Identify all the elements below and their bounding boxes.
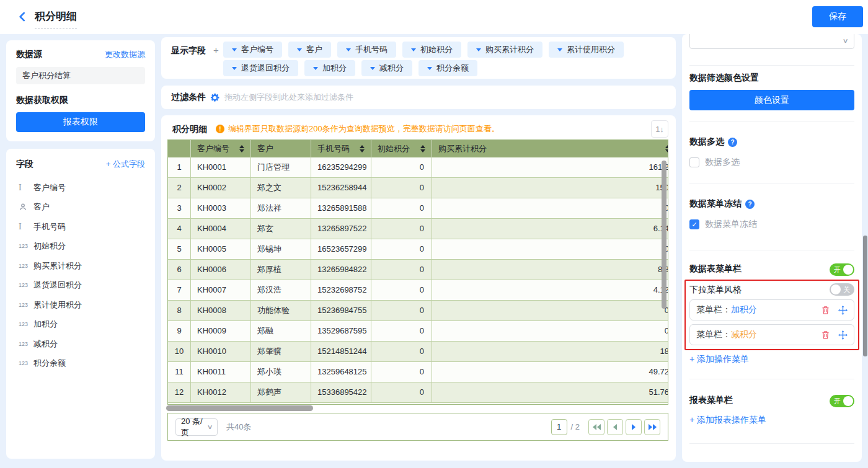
data-table: 客户编号 客户 手机号码 初始积分 购买累计积分 1KH0001门店管理1623… [167, 139, 668, 405]
column-header[interactable]: 客户 [251, 140, 311, 157]
freeze-menu-title: 数据菜单冻结? [689, 198, 755, 210]
trash-icon[interactable] [821, 330, 830, 340]
chevron-down-icon [297, 48, 302, 51]
table-menubar-toggle[interactable]: 开 [830, 263, 854, 276]
field-item[interactable]: 123购买累计积分 [6, 256, 155, 276]
field-chip[interactable]: 积分余额 [418, 60, 477, 76]
add-report-action-menu-link[interactable]: + 添加报表操作菜单 [689, 415, 766, 426]
field-chip[interactable]: 初始积分 [402, 42, 461, 58]
field-chip[interactable]: 客户编号 [223, 42, 282, 58]
field-item[interactable]: 123初始积分 [6, 237, 155, 257]
table-row: 7KH0007郑汉浩1523269875204.12 [168, 280, 668, 301]
datasource-card: 数据源 更改数据源 客户积分结算 数据获取权限 报表权限 [6, 40, 155, 141]
color-settings-button[interactable]: 颜色设置 [689, 90, 854, 110]
page-input[interactable]: 1 [551, 419, 567, 435]
help-icon[interactable]: ? [745, 200, 755, 209]
sort-icon[interactable] [420, 145, 425, 152]
filter-bar: 过滤条件 拖动左侧字段到此处来添加过滤条件 [161, 86, 676, 109]
last-page-button[interactable] [644, 419, 660, 435]
table-horizontal-scrollbar[interactable] [166, 405, 313, 411]
chevron-down-icon [346, 48, 351, 51]
gear-icon[interactable] [210, 93, 219, 102]
move-icon[interactable] [838, 330, 848, 340]
add-action-menu-link[interactable]: + 添加操作菜单 [689, 354, 749, 365]
field-item[interactable]: 123积分余额 [6, 354, 155, 374]
settings-select[interactable]: ∨ [689, 34, 854, 49]
report-permission-button[interactable]: 报表权限 [16, 112, 145, 132]
table-row: 4KH0004郑玄1326589752206.14 [168, 219, 668, 239]
trash-icon[interactable] [821, 306, 830, 315]
filter-dropzone-placeholder[interactable]: 拖动左侧字段到此处来添加过滤条件 [224, 92, 353, 103]
toggle-knob [831, 285, 841, 294]
field-chip[interactable]: 购买累计积分 [467, 42, 542, 58]
page-of-label: / 2 [571, 422, 580, 431]
back-icon[interactable] [16, 11, 29, 23]
column-header[interactable]: 客户编号 [191, 140, 251, 157]
report-menubar-toggle[interactable]: 开 [830, 395, 854, 407]
checkbox-unchecked[interactable] [689, 157, 699, 167]
table-row: 9KH0009郑融1352968759500 [168, 321, 668, 342]
help-icon[interactable]: ? [728, 138, 737, 147]
add-display-field-icon[interactable]: + [213, 45, 219, 55]
column-header[interactable]: 初始积分 [371, 140, 432, 157]
next-page-button[interactable] [626, 419, 642, 435]
menubar-item[interactable]: 菜单栏： 加积分 [689, 299, 854, 320]
number-field-icon: 123 [19, 282, 33, 288]
add-formula-field-link[interactable]: + 公式字段 [106, 159, 145, 170]
warning-icon: ! [216, 125, 224, 133]
table-row: 11KH0011郑小瑛13259648125049.72 [168, 362, 668, 382]
first-page-button[interactable] [588, 419, 604, 435]
sort-icon[interactable] [665, 145, 668, 152]
menubar-item[interactable]: 菜单栏： 减积分 [689, 324, 854, 345]
table-title: 积分明细 [172, 124, 207, 135]
move-icon[interactable] [838, 306, 848, 315]
display-fields-row1: 客户编号 客户 手机号码 初始积分 购买累计积分 累计使用积分 [223, 42, 624, 58]
table-vertical-scrollbar[interactable] [662, 161, 666, 309]
table-row: 2KH0002郑之文152362589440150 [168, 178, 668, 198]
field-chip[interactable]: 加积分 [304, 60, 355, 76]
field-chip[interactable]: 客户 [288, 42, 331, 58]
chevron-down-icon [476, 48, 481, 51]
field-item[interactable]: 123加积分 [6, 315, 155, 335]
field-item[interactable]: 客户 [6, 198, 155, 218]
field-item[interactable]: 123退货退回积分 [6, 276, 155, 296]
pager: 1 / 2 [551, 419, 660, 435]
field-chip[interactable]: 手机号码 [337, 42, 396, 58]
person-icon [19, 203, 33, 211]
sort-icon[interactable] [239, 145, 244, 152]
table-menubar-title: 数据表菜单栏 [689, 263, 742, 275]
preview-notice: ! 编辑界面只取数据源前200条作为查询数据预览，完整数据请访问页面查看。 [216, 123, 500, 135]
window-scrollbar[interactable] [863, 236, 867, 356]
filter-color-title: 数据筛选颜色设置 [689, 73, 759, 84]
divider [689, 121, 854, 121]
dropdown-style-row: 下拉菜单风格 关 [689, 283, 854, 297]
field-chip[interactable]: 减积分 [361, 60, 412, 76]
title-underline [35, 28, 77, 29]
report-menubar-title: 报表菜单栏 [689, 395, 733, 406]
sort-icon[interactable] [360, 145, 365, 152]
field-item[interactable]: 123减积分 [6, 334, 155, 354]
freeze-menu-checkbox-row[interactable]: ✓ 数据菜单冻结 [689, 219, 757, 230]
multi-select-checkbox-row[interactable]: 数据多选 [689, 157, 740, 168]
change-datasource-link[interactable]: 更改数据源 [105, 49, 145, 60]
chevron-down-icon: ∨ [842, 37, 848, 44]
column-header[interactable]: 手机号码 [311, 140, 371, 157]
field-item[interactable]: I客户编号 [6, 178, 155, 198]
text-field-icon: I [19, 183, 33, 193]
settings-panel: ∨ 数据筛选颜色设置 颜色设置 数据多选? 数据多选 数据菜单冻结? ✓ 数据菜… [682, 34, 862, 462]
save-button[interactable]: 保存 [812, 6, 863, 27]
display-fields-row2: 退货退回积分 加积分 减积分 积分余额 [223, 60, 477, 76]
field-chip[interactable]: 累计使用积分 [549, 42, 624, 58]
checkbox-checked[interactable]: ✓ [689, 219, 699, 229]
datasource-name[interactable]: 客户积分结算 [16, 67, 145, 84]
sort-order-tool[interactable]: 1↓ [651, 120, 668, 138]
column-header[interactable]: 购买累计积分 [432, 140, 668, 157]
field-item[interactable]: I手机号码 [6, 217, 155, 237]
page-size-select[interactable]: 20 条/页 ∨ [175, 418, 218, 436]
chevron-down-icon [370, 67, 375, 70]
prev-page-button[interactable] [607, 419, 623, 435]
field-item[interactable]: 123累计使用积分 [6, 295, 155, 315]
divider [689, 250, 854, 250]
field-chip[interactable]: 退货退回积分 [223, 60, 298, 76]
dropdown-style-toggle[interactable]: 关 [830, 283, 854, 296]
